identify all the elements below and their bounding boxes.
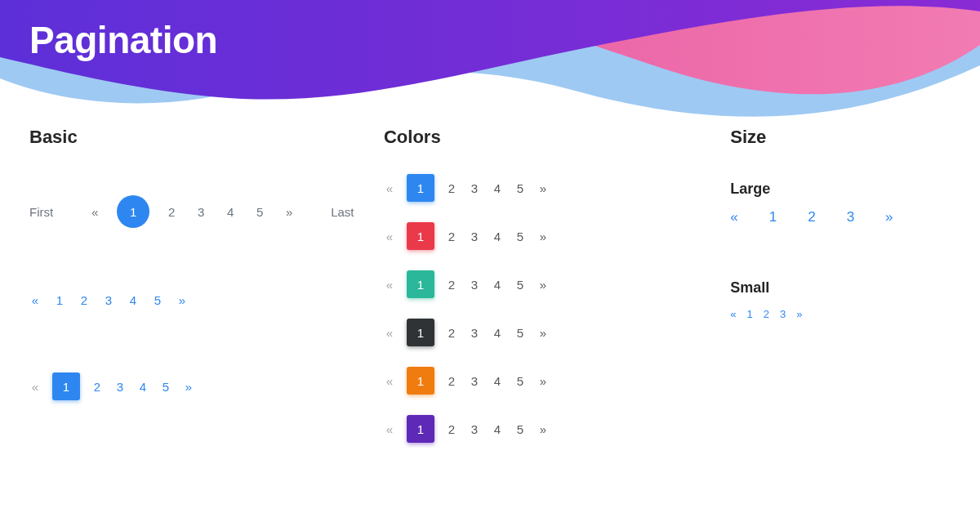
page-title: Pagination	[29, 18, 217, 62]
pagination-teal: «12345»	[384, 270, 722, 298]
prev-button[interactable]: «	[29, 380, 41, 394]
pagination-orange: «12345»	[384, 367, 722, 395]
prev-button[interactable]: «	[730, 308, 736, 320]
pagination-small: « 1 2 3 »	[730, 308, 951, 320]
page-3[interactable]: 3	[194, 205, 208, 219]
page-2[interactable]: 2	[78, 293, 90, 307]
next-button[interactable]: »	[183, 380, 194, 394]
prev-button[interactable]: «	[384, 422, 395, 436]
page-5[interactable]: 5	[514, 278, 526, 292]
prev-button[interactable]: «	[29, 293, 41, 307]
hero-banner: Pagination	[0, 0, 980, 102]
page-3[interactable]: 3	[114, 380, 126, 394]
page-2[interactable]: 2	[446, 422, 457, 436]
page-5[interactable]: 5	[252, 205, 267, 219]
page-4[interactable]: 4	[492, 181, 503, 195]
page-3[interactable]: 3	[469, 278, 480, 292]
prev-button[interactable]: «	[384, 326, 395, 340]
page-2[interactable]: 2	[446, 326, 457, 340]
colors-heading: Colors	[384, 127, 722, 148]
content-area: Basic First « 1 2 3 4 5 » Last « 1 2 3 4…	[0, 127, 980, 463]
page-1[interactable]: 1	[407, 319, 434, 346]
next-button[interactable]: »	[537, 374, 549, 388]
pagination-purple: «12345»	[384, 415, 722, 443]
prev-button[interactable]: «	[384, 278, 395, 292]
page-1[interactable]: 1	[52, 372, 80, 400]
page-2[interactable]: 2	[164, 205, 179, 219]
page-1[interactable]: 1	[407, 174, 434, 202]
size-large-block: Large « 1 2 3 »	[730, 181, 951, 279]
page-4[interactable]: 4	[137, 380, 149, 394]
prev-button[interactable]: «	[384, 230, 395, 243]
page-2[interactable]: 2	[446, 374, 457, 388]
next-button[interactable]: »	[537, 181, 549, 195]
page-3[interactable]: 3	[780, 308, 786, 320]
page-2[interactable]: 2	[446, 278, 457, 292]
pagination-blue: «12345»	[384, 174, 722, 202]
next-button[interactable]: »	[282, 205, 296, 219]
next-button[interactable]: »	[885, 209, 893, 225]
page-5[interactable]: 5	[514, 422, 526, 436]
page-3[interactable]: 3	[469, 326, 480, 340]
next-button[interactable]: »	[176, 293, 188, 307]
page-4[interactable]: 4	[492, 278, 503, 292]
page-5[interactable]: 5	[514, 181, 526, 195]
page-3[interactable]: 3	[469, 230, 480, 243]
page-1[interactable]: 1	[407, 270, 434, 298]
next-button[interactable]: »	[537, 278, 549, 292]
page-4[interactable]: 4	[492, 422, 503, 436]
page-4[interactable]: 4	[492, 230, 503, 243]
page-5[interactable]: 5	[160, 380, 172, 394]
page-2[interactable]: 2	[91, 380, 103, 394]
page-5[interactable]: 5	[514, 326, 526, 340]
prev-button[interactable]: «	[384, 374, 395, 388]
pagination-circle: First « 1 2 3 4 5 » Last	[29, 195, 376, 228]
next-button[interactable]: »	[537, 230, 549, 243]
page-3[interactable]: 3	[469, 181, 480, 195]
page-3[interactable]: 3	[469, 422, 480, 436]
page-1[interactable]: 1	[407, 415, 434, 443]
size-heading: Size	[730, 127, 951, 148]
next-button[interactable]: »	[537, 422, 549, 436]
pagination-large: « 1 2 3 »	[730, 209, 951, 225]
page-1[interactable]: 1	[407, 222, 434, 250]
section-colors: Colors «12345»«12345»«12345»«12345»«1234…	[384, 127, 722, 463]
page-3[interactable]: 3	[469, 374, 480, 388]
page-5[interactable]: 5	[514, 230, 526, 243]
page-1[interactable]: 1	[407, 367, 434, 395]
page-4[interactable]: 4	[492, 326, 503, 340]
page-4[interactable]: 4	[127, 293, 139, 307]
section-size: Size Large « 1 2 3 » Small « 1 2 3 »	[730, 127, 951, 463]
first-button[interactable]: First	[29, 205, 53, 219]
page-4[interactable]: 4	[492, 374, 503, 388]
page-2[interactable]: 2	[446, 230, 457, 243]
section-basic: Basic First « 1 2 3 4 5 » Last « 1 2 3 4…	[29, 127, 376, 463]
page-2[interactable]: 2	[764, 308, 769, 320]
page-2[interactable]: 2	[446, 181, 457, 195]
last-button[interactable]: Last	[331, 205, 354, 219]
page-3[interactable]: 3	[103, 293, 114, 307]
page-3[interactable]: 3	[847, 209, 854, 225]
page-5[interactable]: 5	[152, 293, 163, 307]
next-button[interactable]: »	[796, 308, 802, 320]
next-button[interactable]: »	[537, 326, 549, 340]
page-5[interactable]: 5	[514, 374, 526, 388]
pagination-plain: « 1 2 3 4 5 »	[29, 293, 376, 307]
pagination-dark: «12345»	[384, 319, 722, 346]
pagination-red: «12345»	[384, 222, 722, 250]
size-large-label: Large	[730, 181, 951, 198]
page-1[interactable]: 1	[117, 195, 149, 228]
size-small-block: Small « 1 2 3 »	[730, 279, 951, 320]
page-1[interactable]: 1	[769, 209, 777, 225]
page-1[interactable]: 1	[54, 293, 65, 307]
page-4[interactable]: 4	[223, 205, 238, 219]
page-2[interactable]: 2	[808, 209, 815, 225]
page-1[interactable]: 1	[746, 308, 752, 320]
basic-heading: Basic	[29, 127, 376, 148]
prev-button[interactable]: «	[87, 205, 102, 219]
size-small-label: Small	[730, 279, 951, 297]
pagination-square-basic: « 1 2 3 4 5 »	[29, 372, 376, 400]
prev-button[interactable]: «	[384, 181, 395, 195]
prev-button[interactable]: «	[730, 209, 737, 225]
